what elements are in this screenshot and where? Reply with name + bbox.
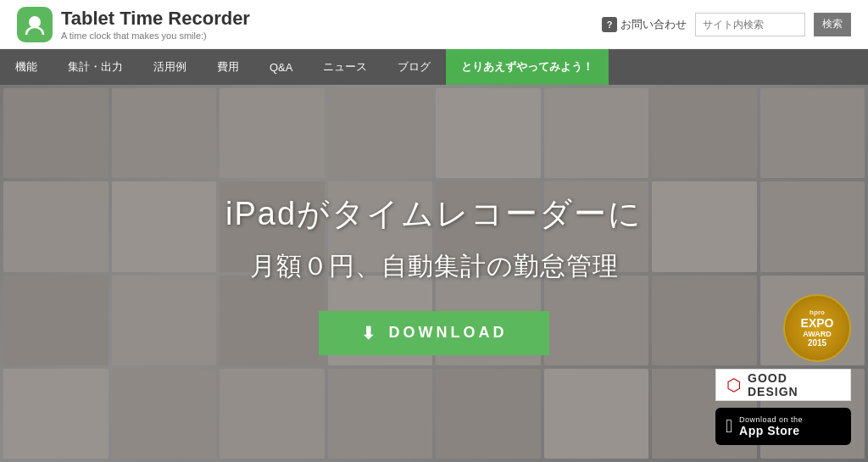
hero-subheadline: 月額０円、自動集計の勤怠管理 [250, 249, 619, 284]
logo-title: Tablet Time Recorder [61, 8, 250, 30]
good-design-icon: ⬡ [726, 375, 741, 395]
apple-icon:  [726, 415, 732, 437]
nav-item-features[interactable]: 機能 [0, 49, 53, 85]
appstore-line1: Download on the [739, 415, 803, 424]
download-button[interactable]: ⬇ DOWNLOAD [319, 311, 550, 355]
badges-area: hpro EXPO AWARD 2015 ⬡ GOOD DESIGN  Dow… [715, 294, 851, 445]
logo-icon [17, 7, 53, 42]
appstore-text: Download on the App Store [739, 415, 803, 437]
expo-award-label: AWARD [803, 330, 832, 338]
nav-item-qa[interactable]: Q&A [254, 49, 308, 85]
nav-item-try[interactable]: とりあえずやってみよう！ [446, 49, 609, 85]
appstore-line2: App Store [739, 424, 803, 437]
search-button[interactable]: 検索 [814, 13, 851, 36]
header: Tablet Time Recorder A time clock that m… [0, 0, 868, 49]
logo-subtitle: A time clock that makes you smile:) [61, 31, 250, 41]
nav-item-cost[interactable]: 費用 [202, 49, 254, 85]
contact-icon: ? [602, 17, 617, 32]
contact-label: お問い合わせ [620, 17, 687, 32]
good-design-label: GOOD DESIGN [748, 371, 840, 398]
good-design-badge: ⬡ GOOD DESIGN [715, 369, 851, 401]
appstore-badge[interactable]:  Download on the App Store [715, 408, 851, 445]
search-input[interactable] [695, 13, 805, 36]
hero-section: iPadがタイムレコーダーに 月額０円、自動集計の勤怠管理 ⬇ DOWNLOAD… [0, 85, 868, 462]
download-label: DOWNLOAD [389, 324, 508, 342]
nav-item-usage[interactable]: 活用例 [138, 49, 202, 85]
hero-headline: iPadがタイムレコーダーに [225, 192, 643, 236]
expo-year-label: 2015 [808, 338, 826, 348]
nav-item-blog[interactable]: ブログ [382, 49, 446, 85]
main-nav: 機能 集計・出力 活用例 費用 Q&A ニュース ブログ とりあえずやってみよう… [0, 49, 868, 85]
expo-top-label: hpro [810, 309, 825, 316]
nav-item-aggregate[interactable]: 集計・出力 [53, 49, 138, 85]
expo-award-badge: hpro EXPO AWARD 2015 [783, 294, 851, 362]
header-right: ? お問い合わせ 検索 [602, 13, 851, 36]
logo-area: Tablet Time Recorder A time clock that m… [17, 7, 250, 42]
logo-text-area: Tablet Time Recorder A time clock that m… [61, 8, 250, 40]
contact-button[interactable]: ? お問い合わせ [602, 17, 687, 32]
nav-item-news[interactable]: ニュース [308, 49, 382, 85]
download-icon: ⬇ [361, 323, 379, 343]
expo-main-label: EXPO [801, 316, 834, 330]
